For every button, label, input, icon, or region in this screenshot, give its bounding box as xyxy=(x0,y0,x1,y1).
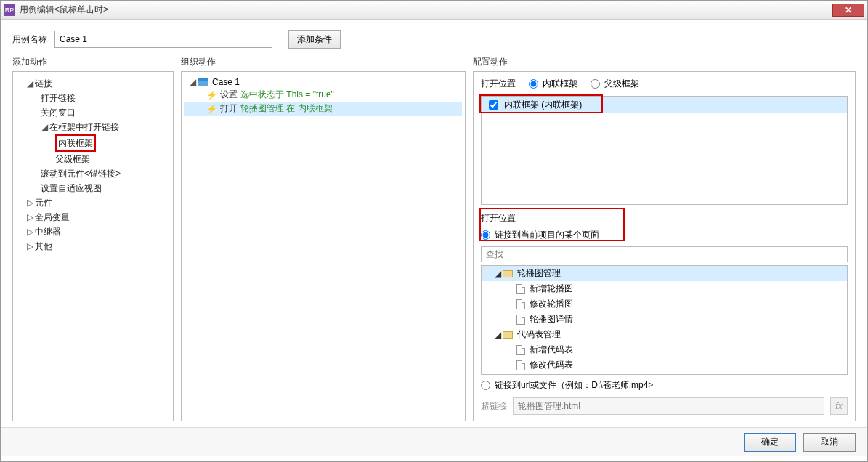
page-edit-carousel-label: 修改轮播图 xyxy=(530,298,573,310)
hyperlink-row: 超链接 fx xyxy=(474,396,855,421)
search-box xyxy=(481,246,848,262)
tree-close-window[interactable]: 关闭窗口 xyxy=(16,105,170,120)
radio-link-to-url-label: 链接到url或文件（例如：D:\苍老师.mp4> xyxy=(495,379,653,392)
action1-detail: 选中状态于 This = "true" xyxy=(240,89,334,101)
page-carousel-detail-label: 轮播图详情 xyxy=(530,313,573,325)
tree-widgets-label: 元件 xyxy=(35,195,52,210)
organize-action-label: 组织动作 xyxy=(181,56,473,68)
folder-icon xyxy=(198,78,208,86)
page-add-carousel[interactable]: 新增轮播图 xyxy=(482,281,847,296)
tree-inline-frame[interactable]: 内联框架 xyxy=(16,134,170,152)
case-name-input[interactable] xyxy=(54,31,272,48)
radio-link-to-page[interactable]: 链接到当前项目的某个页面 xyxy=(481,229,599,241)
action2-label: 打开 xyxy=(220,102,238,115)
page-code-mgmt[interactable]: ◢代码表管理 xyxy=(482,327,847,342)
action1-label: 设置 xyxy=(220,89,238,101)
hyperlink-input[interactable] xyxy=(513,397,824,415)
window-title: 用例编辑<鼠标单击时> xyxy=(20,4,832,16)
page-edit-code-label: 修改代码表 xyxy=(530,359,573,371)
inline-frame-item-label: 内联框架 (内联框架) xyxy=(504,99,582,111)
page-icon xyxy=(516,360,525,370)
tree-scroll-anchor[interactable]: 滚动到元件<锚链接> xyxy=(16,166,170,181)
folder-icon xyxy=(503,270,513,277)
ok-button[interactable]: 确定 xyxy=(744,433,796,452)
app-icon: RP xyxy=(4,4,15,16)
case-name-label: 用例名称 xyxy=(12,33,47,46)
page-carousel-mgmt[interactable]: ◢轮播图管理 xyxy=(482,266,847,281)
inline-frame-item[interactable]: 内联框架 (内联框架) xyxy=(482,97,847,113)
open-position-label: 打开位置 xyxy=(481,78,516,90)
page-icon xyxy=(516,299,525,309)
tree-open-in-frame[interactable]: ◢在框架中打开链接 xyxy=(16,120,170,134)
bolt-icon: ⚡ xyxy=(206,90,217,100)
radio-parent-frame[interactable]: 父级框架 xyxy=(591,78,639,90)
page-add-carousel-label: 新增轮播图 xyxy=(530,283,573,295)
page-carousel-detail[interactable]: 轮播图详情 xyxy=(482,312,847,327)
action2-detail: 轮播图管理 在 内联框架 xyxy=(240,102,333,115)
footer: 确定 取消 xyxy=(1,427,867,456)
radio-link-to-page-input[interactable] xyxy=(481,230,490,240)
close-button[interactable]: ✕ xyxy=(832,4,864,17)
action-tree: ◢链接 打开链接 关闭窗口 ◢在框架中打开链接 内联框架 父级框架 滚动到元件<… xyxy=(13,72,173,258)
tree-other-label: 其他 xyxy=(35,239,52,254)
open-position-section: 打开位置 链接到当前项目的某个页面 xyxy=(474,205,855,245)
tree-global-vars[interactable]: ▷全局变量 xyxy=(16,210,170,224)
tree-parent-frame-label: 父级框架 xyxy=(55,152,90,166)
case-node[interactable]: ◢ Case 1 xyxy=(184,76,462,88)
inline-frame-checkbox[interactable] xyxy=(489,100,498,110)
hyperlink-label: 超链接 xyxy=(481,400,507,413)
radio-link-to-page-label: 链接到当前项目的某个页面 xyxy=(495,229,599,241)
tree-open-link[interactable]: 打开链接 xyxy=(16,91,170,105)
tree-repeater[interactable]: ▷中继器 xyxy=(16,224,170,239)
tree-close-window-label: 关闭窗口 xyxy=(41,105,76,120)
radio-link-to-url-input[interactable] xyxy=(481,381,490,390)
tree-parent-frame[interactable]: 父级框架 xyxy=(16,152,170,166)
action-row-1[interactable]: ⚡ 设置 选中状态于 This = "true" xyxy=(184,88,462,102)
page-tree[interactable]: ◢轮播图管理 新增轮播图 修改轮播图 轮播图详情 ◢代码表管理 新增代码表 修改… xyxy=(481,265,848,375)
tree-widgets[interactable]: ▷元件 xyxy=(16,195,170,210)
organize-action-panel: ◢ Case 1 ⚡ 设置 选中状态于 This = "true" ⚡ 打开 轮… xyxy=(181,71,466,421)
tree-inline-frame-label: 内联框架 xyxy=(55,134,96,152)
section-labels: 添加动作 组织动作 配置动作 xyxy=(1,56,867,71)
page-edit-carousel[interactable]: 修改轮播图 xyxy=(482,296,847,312)
open-position-section-label: 打开位置 xyxy=(481,212,848,224)
add-action-label: 添加动作 xyxy=(12,56,181,68)
radio-link-to-url[interactable]: 链接到url或文件（例如：D:\苍老师.mp4> xyxy=(481,379,653,392)
page-code-mgmt-label: 代码表管理 xyxy=(517,328,561,341)
page-icon xyxy=(516,284,525,294)
case-node-label: Case 1 xyxy=(212,77,240,87)
page-icon xyxy=(516,345,525,355)
tree-other[interactable]: ▷其他 xyxy=(16,239,170,254)
top-row: 用例名称 添加条件 xyxy=(1,20,867,56)
page-edit-code[interactable]: 修改代码表 xyxy=(482,357,847,373)
inline-frame-list[interactable]: 内联框架 (内联框架) xyxy=(481,96,848,205)
page-add-code-label: 新增代码表 xyxy=(530,344,573,356)
radio-inline-frame-label: 内联框架 xyxy=(543,78,577,90)
main-row: ◢链接 打开链接 关闭窗口 ◢在框架中打开链接 内联框架 父级框架 滚动到元件<… xyxy=(1,71,867,427)
radio-inline-frame-input[interactable] xyxy=(529,79,538,89)
cancel-button[interactable]: 取消 xyxy=(803,433,856,452)
page-icon xyxy=(516,315,525,325)
add-action-panel: ◢链接 打开链接 关闭窗口 ◢在框架中打开链接 内联框架 父级框架 滚动到元件<… xyxy=(12,71,174,421)
folder-icon xyxy=(503,331,513,339)
action-row-2[interactable]: ⚡ 打开 轮播图管理 在 内联框架 xyxy=(184,102,462,115)
radio-inline-frame[interactable]: 内联框架 xyxy=(529,78,577,90)
radio-parent-frame-label: 父级框架 xyxy=(604,78,639,90)
add-condition-button[interactable]: 添加条件 xyxy=(288,30,341,49)
tree-scroll-anchor-label: 滚动到元件<锚链接> xyxy=(41,166,121,181)
search-input[interactable] xyxy=(481,246,848,262)
configure-action-label: 配置动作 xyxy=(473,56,856,68)
tree-open-in-frame-label: 在框架中打开链接 xyxy=(49,120,119,134)
open-position-row: 打开位置 内联框架 父级框架 xyxy=(474,72,855,96)
tree-repeater-label: 中继器 xyxy=(35,224,61,239)
tree-links[interactable]: ◢链接 xyxy=(16,76,170,91)
fx-button[interactable]: fx xyxy=(830,397,848,415)
tree-adaptive-view[interactable]: 设置自适应视图 xyxy=(16,181,170,195)
window: RP 用例编辑<鼠标单击时> ✕ 用例名称 添加条件 添加动作 组织动作 配置动… xyxy=(0,0,868,462)
configure-action-panel: 打开位置 内联框架 父级框架 内联框架 (内联框架) 打开位置 链接到当前项目的… xyxy=(473,71,856,421)
page-add-code[interactable]: 新增代码表 xyxy=(482,342,847,357)
bolt-icon: ⚡ xyxy=(206,104,217,114)
tree-links-label: 链接 xyxy=(35,76,52,91)
radio-parent-frame-input[interactable] xyxy=(591,79,600,89)
link-to-url-row: 链接到url或文件（例如：D:\苍老师.mp4> xyxy=(474,375,855,396)
